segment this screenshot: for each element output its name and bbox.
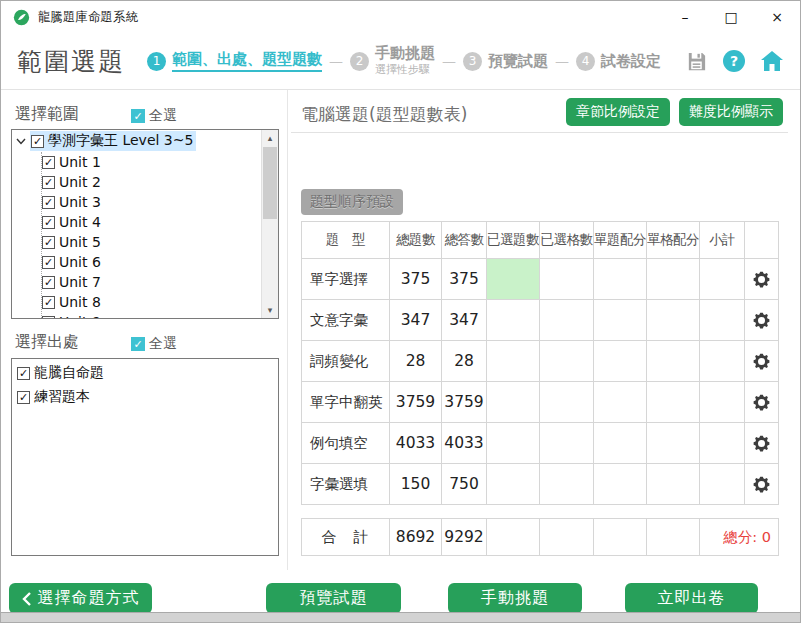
- tree-scrollbar[interactable]: ▴ ▾: [261, 130, 278, 318]
- points-per-cell-cell[interactable]: [647, 259, 700, 300]
- tree-root-label[interactable]: 學測字彙王 Level 3~5: [48, 132, 193, 150]
- points-per-question-cell[interactable]: [594, 341, 647, 382]
- tree-item-unit1[interactable]: ✓Unit 1: [12, 152, 261, 172]
- tree-item-label[interactable]: Unit 1: [59, 154, 101, 170]
- step-1[interactable]: 1 範圍、出處、題型題數: [147, 51, 322, 72]
- tree-item-checkbox[interactable]: ✓: [42, 176, 55, 189]
- chapter-ratio-button[interactable]: 章節比例設定: [566, 98, 670, 126]
- tree-item-unit8[interactable]: ✓Unit 8: [12, 292, 261, 312]
- range-select-all[interactable]: ✓ 全選: [131, 107, 177, 125]
- selected-count-cell[interactable]: [487, 464, 540, 505]
- source-item-1[interactable]: ✓龍騰自命題: [12, 361, 278, 385]
- home-icon[interactable]: [760, 50, 784, 72]
- scroll-up-icon[interactable]: ▴: [262, 130, 278, 146]
- selected-count-cell[interactable]: [487, 423, 540, 464]
- source-item-checkbox[interactable]: ✓: [17, 367, 30, 380]
- tree-item-checkbox[interactable]: ✓: [42, 216, 55, 229]
- tree-item-unit9[interactable]: ✓Unit 9: [12, 312, 261, 318]
- selected-cells-cell[interactable]: [540, 300, 594, 341]
- chevron-down-icon[interactable]: [15, 135, 27, 147]
- tree-item-label[interactable]: Unit 4: [59, 214, 101, 230]
- points-per-cell-cell[interactable]: [647, 341, 700, 382]
- tree-item-checkbox[interactable]: ✓: [42, 296, 55, 309]
- selected-cells-cell[interactable]: [540, 423, 594, 464]
- scroll-down-icon[interactable]: ▾: [262, 302, 278, 318]
- source-select-all-checkbox[interactable]: ✓: [131, 337, 145, 351]
- gear-icon[interactable]: [751, 269, 772, 290]
- step-3[interactable]: 3 預覽試題: [463, 52, 548, 71]
- source-item-label[interactable]: 龍騰自命題: [34, 364, 104, 382]
- points-per-cell-cell[interactable]: [647, 464, 700, 505]
- range-select-all-checkbox[interactable]: ✓: [131, 109, 145, 123]
- points-per-question-cell[interactable]: [594, 259, 647, 300]
- points-per-question-cell[interactable]: [594, 423, 647, 464]
- gear-icon[interactable]: [751, 351, 772, 372]
- row-settings[interactable]: [745, 423, 779, 464]
- tree-item-checkbox[interactable]: ✓: [42, 156, 55, 169]
- tree-item-label[interactable]: Unit 8: [59, 294, 101, 310]
- row-settings[interactable]: [745, 464, 779, 505]
- question-order-default-button[interactable]: 題型順序預設: [301, 189, 403, 215]
- gear-icon[interactable]: [751, 433, 772, 454]
- difficulty-ratio-button[interactable]: 難度比例顯示: [679, 98, 783, 126]
- source-item-label[interactable]: 練習題本: [34, 388, 90, 406]
- row-answers: 347: [442, 300, 487, 341]
- manual-pick-button[interactable]: 手動挑題: [448, 583, 582, 614]
- row-settings[interactable]: [745, 259, 779, 300]
- step-4[interactable]: 4 試卷設定: [576, 52, 661, 71]
- selected-count-cell[interactable]: [487, 300, 540, 341]
- source-item-checkbox[interactable]: ✓: [17, 391, 30, 404]
- selected-count-cell[interactable]: [487, 382, 540, 423]
- tree-item-unit2[interactable]: ✓Unit 2: [12, 172, 261, 192]
- tree-item-unit3[interactable]: ✓Unit 3: [12, 192, 261, 212]
- selected-cells-cell[interactable]: [540, 259, 594, 300]
- gear-icon[interactable]: [751, 310, 772, 331]
- tree-item-unit6[interactable]: ✓Unit 6: [12, 252, 261, 272]
- source-item-2[interactable]: ✓練習題本: [12, 385, 278, 409]
- save-icon[interactable]: [685, 50, 708, 73]
- preview-questions-button[interactable]: 預覽試題: [266, 583, 401, 614]
- step-2[interactable]: 2 手動挑題 選擇性步驟: [350, 45, 435, 77]
- tree-item-unit5[interactable]: ✓Unit 5: [12, 232, 261, 252]
- tree-item-unit7[interactable]: ✓Unit 7: [12, 272, 261, 292]
- tree-item-unit4[interactable]: ✓Unit 4: [12, 212, 261, 232]
- selected-count-cell[interactable]: [487, 341, 540, 382]
- tree-root-checkbox[interactable]: ✓: [31, 135, 44, 148]
- selected-count-cell[interactable]: [487, 259, 540, 300]
- generate-exam-button[interactable]: 立即出卷: [625, 583, 758, 614]
- points-per-question-cell[interactable]: [594, 464, 647, 505]
- minimize-icon[interactable]: –: [662, 1, 708, 33]
- tree-item-checkbox[interactable]: ✓: [42, 256, 55, 269]
- tree-root-row[interactable]: ✓ 學測字彙王 Level 3~5: [12, 130, 261, 152]
- help-icon[interactable]: ?: [723, 50, 745, 72]
- tree-item-checkbox[interactable]: ✓: [42, 196, 55, 209]
- tree-item-label[interactable]: Unit 6: [59, 254, 101, 270]
- tree-item-label[interactable]: Unit 7: [59, 274, 101, 290]
- selected-cells-cell[interactable]: [540, 382, 594, 423]
- range-section-title: 選擇範圍: [15, 104, 79, 125]
- tree-item-label[interactable]: Unit 2: [59, 174, 101, 190]
- close-icon[interactable]: ×: [754, 1, 800, 33]
- tree-item-checkbox[interactable]: ✓: [42, 316, 55, 319]
- selected-cells-cell[interactable]: [540, 464, 594, 505]
- row-settings[interactable]: [745, 382, 779, 423]
- maximize-icon[interactable]: □: [708, 1, 754, 33]
- points-per-question-cell[interactable]: [594, 382, 647, 423]
- row-settings[interactable]: [745, 341, 779, 382]
- gear-icon[interactable]: [751, 474, 772, 495]
- points-per-question-cell[interactable]: [594, 300, 647, 341]
- points-per-cell-cell[interactable]: [647, 423, 700, 464]
- scrollbar-thumb[interactable]: [263, 147, 277, 219]
- gear-icon[interactable]: [751, 392, 772, 413]
- points-per-cell-cell[interactable]: [647, 300, 700, 341]
- points-per-cell-cell[interactable]: [647, 382, 700, 423]
- tree-item-label[interactable]: Unit 5: [59, 234, 101, 250]
- back-to-method-button[interactable]: 選擇命題方式: [9, 583, 152, 614]
- tree-item-checkbox[interactable]: ✓: [42, 276, 55, 289]
- source-select-all[interactable]: ✓ 全選: [131, 335, 177, 353]
- selected-cells-cell[interactable]: [540, 341, 594, 382]
- tree-item-label[interactable]: Unit 9: [59, 314, 101, 318]
- row-settings[interactable]: [745, 300, 779, 341]
- tree-item-label[interactable]: Unit 3: [59, 194, 101, 210]
- tree-item-checkbox[interactable]: ✓: [42, 236, 55, 249]
